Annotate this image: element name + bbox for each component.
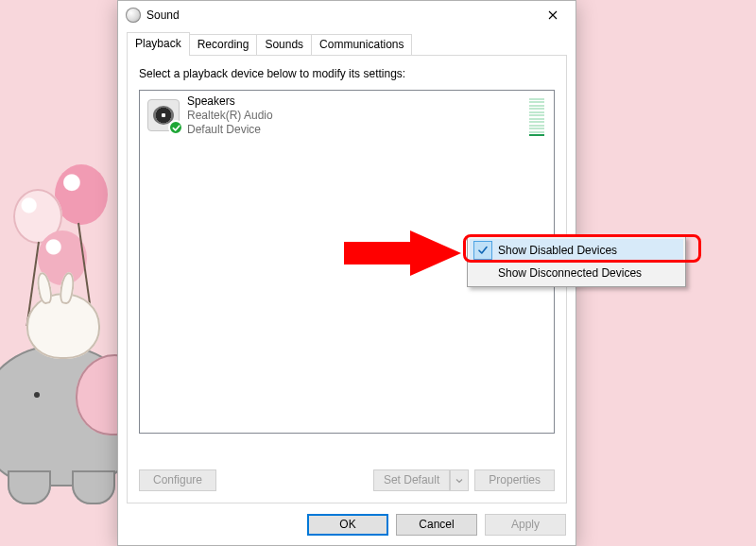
set-default-split-button[interactable]: Set Default [373, 469, 469, 491]
menu-item-show-disabled[interactable]: Show Disabled Devices [470, 239, 683, 262]
panel-instruction: Select a playback device below to modify… [139, 67, 555, 80]
tab-communications[interactable]: Communications [311, 34, 412, 55]
menu-check-icon [473, 241, 492, 260]
device-name: Speakers [187, 94, 273, 109]
tabstrip: Playback Recording Sounds Communications [127, 35, 567, 55]
tab-recording[interactable]: Recording [189, 34, 258, 55]
menu-item-label: Show Disconnected Devices [498, 266, 642, 280]
titlebar[interactable]: Sound [118, 1, 576, 29]
menu-item-show-disconnected[interactable]: Show Disconnected Devices [470, 262, 683, 284]
apply-button[interactable]: Apply [485, 514, 566, 536]
cancel-button[interactable]: Cancel [396, 514, 477, 536]
device-text: Speakers Realtek(R) Audio Default Device [187, 94, 273, 137]
device-driver: Realtek(R) Audio [187, 109, 273, 123]
window-title: Sound [146, 9, 531, 22]
device-row-speakers[interactable]: Speakers Realtek(R) Audio Default Device [142, 93, 552, 138]
tab-playback[interactable]: Playback [127, 32, 190, 55]
chevron-down-icon [455, 477, 463, 485]
dialog-button-row: OK Cancel Apply [307, 514, 566, 536]
menu-item-label: Show Disabled Devices [498, 244, 617, 257]
set-default-button[interactable]: Set Default [373, 469, 450, 491]
set-default-dropdown[interactable] [450, 469, 469, 491]
panel-button-row: Configure Set Default Properties [139, 469, 555, 491]
close-button[interactable] [531, 1, 574, 29]
device-status: Default Device [187, 123, 273, 137]
sound-app-icon [126, 8, 141, 23]
ok-button[interactable]: OK [307, 514, 388, 536]
context-menu: Show Disabled Devices Show Disconnected … [467, 236, 686, 287]
close-icon [548, 10, 558, 20]
speaker-device-icon [147, 99, 180, 131]
tab-sounds[interactable]: Sounds [256, 34, 312, 55]
configure-button[interactable]: Configure [139, 469, 216, 491]
level-meter [529, 98, 544, 136]
default-check-icon [168, 120, 183, 135]
properties-button[interactable]: Properties [474, 469, 555, 491]
